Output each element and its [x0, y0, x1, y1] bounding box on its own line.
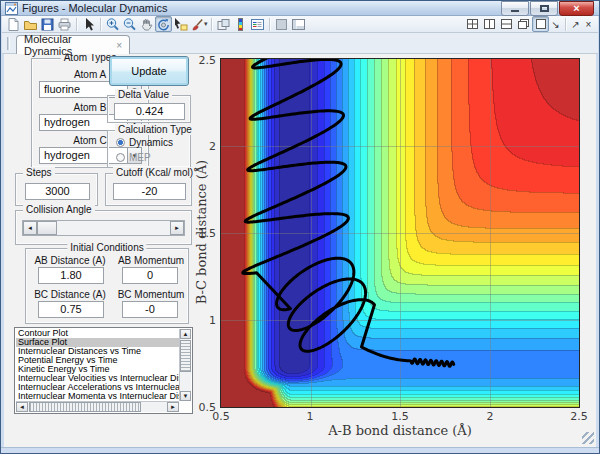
calculation-type-title: Calculation Type [115, 124, 195, 135]
minimize-button[interactable] [501, 1, 529, 16]
hide-plot-tools-icon[interactable] [273, 16, 290, 32]
edit-plot-icon[interactable] [80, 16, 97, 32]
window-title: Figures - Molecular Dynamics [22, 2, 167, 14]
slider-left-arrow-icon[interactable]: ◄ [23, 221, 37, 235]
vertical-scrollbar[interactable]: ▲ ▼ [179, 329, 191, 401]
scroll-left-icon[interactable]: ◄ [16, 402, 28, 412]
zoom-out-icon[interactable] [121, 16, 138, 32]
radio-mep[interactable]: MEP [116, 152, 151, 163]
data-cursor-icon[interactable] [172, 16, 189, 32]
toolbar-separator [211, 18, 212, 31]
resize-grip[interactable] [582, 432, 594, 444]
delta-value-field[interactable]: 0.424 [114, 103, 185, 120]
list-item[interactable]: Kinetic Energy vs Time [16, 365, 179, 374]
list-item[interactable]: Potential Energy vs Time [16, 356, 179, 365]
ab-distance-field[interactable]: 1.80 [38, 267, 104, 284]
delta-value-title: Delta Value [115, 89, 172, 100]
open-file-icon[interactable] [22, 16, 39, 32]
zoom-in-icon[interactable] [104, 16, 121, 32]
pan-icon[interactable] [138, 16, 155, 32]
collision-angle-slider[interactable]: ◄ ► [22, 220, 185, 236]
link-plot-icon[interactable] [215, 16, 232, 32]
pes-contour-plot[interactable] [221, 59, 579, 407]
bc-distance-field[interactable]: 0.75 [38, 301, 104, 318]
atom-b-value: hydrogen [44, 116, 90, 128]
dock-figure-icon[interactable]: ↘ [549, 19, 562, 30]
bc-momentum-field[interactable]: -0 [122, 301, 178, 318]
maximize-button[interactable] [530, 1, 558, 16]
x-tick: 2 [487, 410, 494, 423]
x-tick: 1.5 [391, 410, 409, 423]
list-item[interactable]: Internuclear Velocities vs Internuclear … [16, 374, 179, 383]
radio-dynamics-label: Dynamics [129, 137, 173, 148]
tile-columns-icon[interactable] [481, 16, 498, 32]
scroll-right-icon[interactable]: ► [167, 402, 179, 412]
radio-selected-icon [116, 138, 125, 147]
cutoff-group: Cutoff (Kcal/ mol) -20 [105, 173, 192, 206]
minimize-icon [511, 10, 519, 12]
tab-label: Molecular Dynamics [24, 33, 116, 57]
bc-distance-label: BC Distance (A) [26, 289, 114, 300]
toolbar-separator [269, 18, 270, 31]
scroll-up-icon[interactable]: ▲ [180, 329, 191, 339]
ab-momentum-field[interactable]: 0 [122, 267, 178, 284]
brush-dropdown-caret-icon[interactable]: ▾ [204, 20, 208, 28]
list-item[interactable]: Internuclear Momenta vs Internuclear Dis… [16, 392, 179, 401]
figure-content: Atom Types Atom A fluorine ▾ Atom B hydr… [4, 54, 596, 446]
horizontal-scrollbar[interactable]: ◄ ► [16, 401, 179, 412]
tile-rows-icon[interactable] [498, 16, 515, 32]
save-figure-icon[interactable] [39, 16, 56, 32]
x-tick: 2.5 [570, 410, 588, 423]
atom-a-value: fluorine [44, 83, 80, 95]
steps-title: Steps [23, 167, 55, 178]
cascade-windows-icon[interactable] [515, 16, 532, 32]
list-item[interactable]: Internuclear Accelerations vs Internucle… [16, 383, 179, 392]
rotate-3d-icon[interactable] [155, 16, 172, 32]
y-axis-label: B-C bond distance (Å) [194, 147, 209, 317]
horizontal-scroll-thumb[interactable] [29, 402, 141, 412]
vertical-scroll-thumb[interactable] [180, 340, 191, 372]
list-item[interactable]: Contour Plot [16, 329, 179, 338]
single-window-icon[interactable] [532, 16, 549, 32]
tab-close-icon[interactable]: × [116, 40, 122, 51]
toolbar-separator [100, 18, 101, 31]
insert-colorbar-icon[interactable] [232, 16, 249, 32]
undock-figure-icon[interactable]: ↗ [569, 19, 582, 30]
close-figures-icon[interactable]: × [582, 19, 595, 30]
delta-value-group: Delta Value 0.424 [107, 95, 191, 123]
figure-toolbar: ▾ ↘ ↗ × [2, 16, 598, 33]
show-plot-tools-icon[interactable] [290, 16, 307, 32]
calculation-type-group: Calculation Type Dynamics MEP [107, 130, 191, 168]
new-figure-icon[interactable] [5, 16, 22, 32]
scroll-down-icon[interactable]: ▼ [180, 391, 191, 401]
y-tick: 2.5 [186, 54, 216, 67]
window-frame [596, 16, 599, 447]
list-item-selected[interactable]: Surface Plot [16, 338, 179, 347]
steps-field[interactable]: 3000 [25, 183, 90, 200]
print-figure-icon[interactable] [56, 16, 73, 32]
titlebar[interactable]: Figures - Molecular Dynamics × [1, 1, 599, 16]
y-tick: 0.5 [186, 401, 216, 414]
update-button[interactable]: Update [109, 56, 189, 86]
figure-tabbar: Molecular Dynamics × [2, 33, 598, 54]
radio-dynamics[interactable]: Dynamics [116, 137, 173, 148]
bc-momentum-label: BC Momentum [114, 289, 188, 300]
toolbar-separator [565, 18, 566, 31]
cutoff-field[interactable]: -20 [113, 183, 186, 200]
tile-grid-icon[interactable] [464, 16, 481, 32]
close-button[interactable]: × [559, 1, 594, 16]
slider-right-arrow-icon[interactable]: ► [170, 221, 184, 235]
initial-conditions-title: Initial Conditions [67, 242, 146, 253]
insert-legend-icon[interactable] [249, 16, 266, 32]
plot-type-listbox[interactable]: Contour Plot Surface Plot Internuclear D… [14, 327, 193, 414]
figures-window: Figures - Molecular Dynamics × ▾ [0, 0, 600, 454]
slider-thumb[interactable] [37, 221, 57, 235]
steps-group: Steps 3000 [15, 173, 98, 206]
app-icon [5, 2, 18, 15]
x-tick: 1 [307, 410, 314, 423]
list-item[interactable]: Internuclear Distances vs Time [16, 347, 179, 356]
maximize-icon [540, 5, 549, 12]
tabbar-grip[interactable] [7, 37, 10, 50]
collision-angle-title: Collision Angle [23, 204, 95, 215]
tab-molecular-dynamics[interactable]: Molecular Dynamics × [16, 35, 130, 54]
